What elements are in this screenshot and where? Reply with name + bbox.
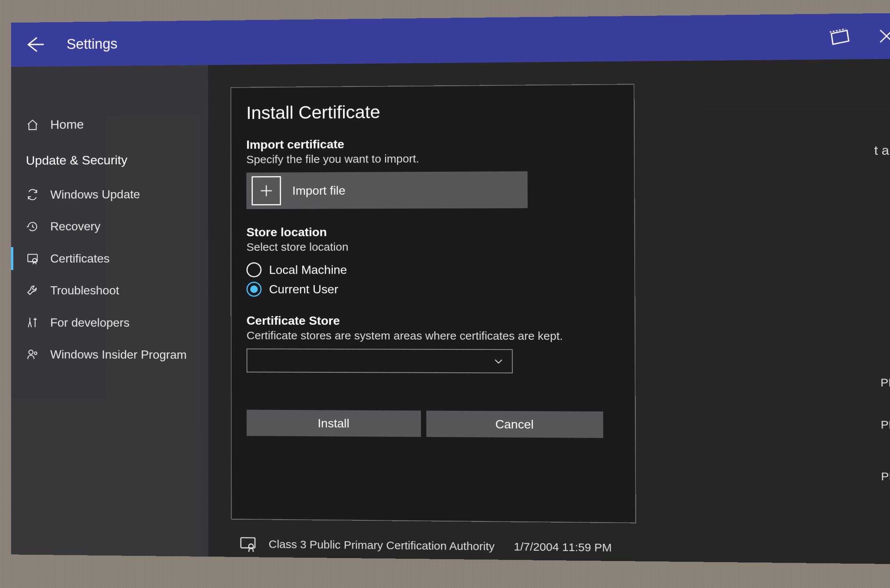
cert-row-time: 1/7/2004 11:59 PM: [514, 540, 612, 554]
cert-row-name: Class 3 Public Primary Certification Aut…: [269, 538, 495, 553]
import-section-head: Import certificate: [246, 136, 618, 152]
sidebar-item-label: Windows Update: [50, 187, 140, 202]
settings-window: Settings Hom: [11, 13, 890, 564]
radio-local-machine[interactable]: Local Machine: [246, 260, 619, 280]
install-button[interactable]: Install: [247, 410, 421, 437]
store-location-head: Store location: [246, 225, 619, 239]
dialog-title: Install Certificate: [246, 100, 618, 123]
sidebar-item-label: Troubleshoot: [50, 283, 119, 298]
sidebar-item-windows-insider[interactable]: Windows Insider Program: [11, 338, 209, 371]
cert-store-head: Certificate Store: [246, 314, 619, 328]
close-button[interactable]: [873, 22, 890, 50]
store-location-radio-group: Local Machine Current User: [246, 260, 619, 299]
install-button-label: Install: [318, 416, 350, 430]
dialog-button-row: Install Cancel: [247, 410, 620, 438]
bg-time-fragment: PM: [881, 418, 890, 431]
bg-time-fragment: PM: [880, 376, 890, 389]
sidebar-item-label: Windows Insider Program: [50, 347, 186, 362]
back-button[interactable]: [22, 32, 48, 58]
radio-label: Current User: [269, 282, 338, 296]
cert-list-row[interactable]: Class 3 Public Primary Certification Aut…: [238, 534, 890, 560]
svg-point-2: [29, 350, 33, 354]
tools-icon: [26, 316, 39, 329]
sidebar-item-certificates[interactable]: Certificates: [11, 242, 208, 274]
sync-icon: [26, 188, 39, 201]
history-icon: [26, 220, 39, 233]
sidebar-item-for-developers[interactable]: For developers: [11, 306, 209, 339]
certificate-icon: [26, 252, 39, 265]
home-icon: [26, 118, 39, 132]
window-title: Settings: [66, 28, 825, 52]
sidebar-item-label: Recovery: [50, 219, 101, 234]
insider-icon: [26, 348, 39, 361]
sidebar-item-label: For developers: [50, 315, 130, 330]
sidebar-item-recovery[interactable]: Recovery: [11, 210, 208, 243]
install-certificate-dialog: Install Certificate Import certificate S…: [231, 84, 636, 524]
store-location-sub: Select store location: [246, 240, 619, 254]
certificate-row-icon: [238, 534, 257, 553]
radio-icon: [246, 262, 261, 277]
cancel-button[interactable]: Cancel: [426, 411, 603, 438]
svg-point-1: [33, 258, 37, 262]
sidebar-item-label: Certificates: [50, 251, 110, 266]
wrench-icon: [26, 284, 39, 297]
sidebar-section-title: Update & Security: [11, 137, 208, 179]
multitask-icon[interactable]: [825, 23, 853, 50]
plus-icon: [252, 176, 281, 206]
radio-current-user[interactable]: Current User: [246, 279, 619, 299]
app-body: Home Update & Security Windows Update: [11, 59, 890, 564]
cert-store-sub: Certificate stores are system areas wher…: [246, 329, 619, 343]
import-section-sub: Specify the file you want to import.: [246, 151, 618, 166]
chevron-down-icon: [493, 356, 504, 367]
bg-text-fragment: t a: [874, 143, 889, 158]
bg-time-fragment: PM: [881, 470, 890, 483]
import-file-label: Import file: [292, 184, 345, 198]
sidebar-item-windows-update[interactable]: Windows Update: [11, 178, 208, 211]
main-content: t a PM PM PM Class 3 Public Primary Cert…: [208, 59, 890, 564]
sidebar-home-label: Home: [50, 117, 84, 132]
cancel-button-label: Cancel: [495, 417, 534, 431]
radio-icon: [246, 282, 261, 297]
import-file-button[interactable]: Import file: [246, 171, 528, 209]
sidebar: Home Update & Security Windows Update: [11, 65, 209, 556]
svg-point-3: [35, 352, 37, 355]
sidebar-item-troubleshoot[interactable]: Troubleshoot: [11, 274, 209, 306]
cert-store-dropdown[interactable]: [246, 349, 513, 374]
titlebar: Settings: [11, 13, 890, 67]
radio-label: Local Machine: [269, 263, 347, 277]
sidebar-home[interactable]: Home: [11, 110, 208, 139]
